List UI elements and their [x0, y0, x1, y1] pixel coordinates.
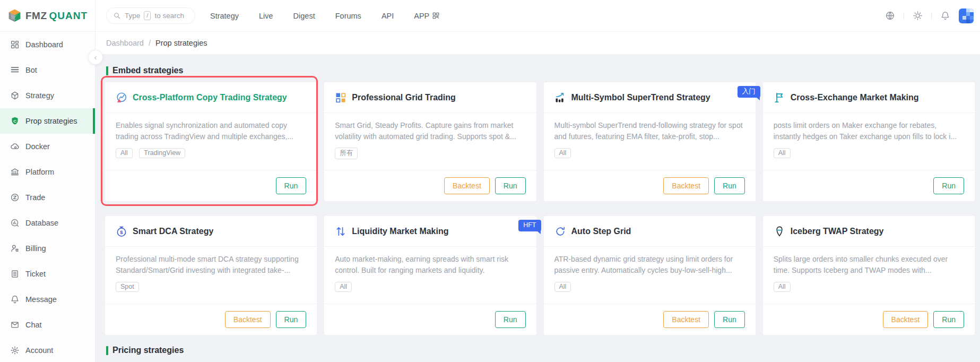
user-avatar[interactable] — [959, 8, 974, 23]
card-tags: 所有 — [335, 148, 525, 159]
run-button[interactable]: Run — [714, 311, 745, 328]
strategy-card-iceberg-twap[interactable]: Iceberg TWAP Strategy Splits large order… — [763, 216, 975, 335]
run-button[interactable]: Run — [495, 311, 526, 328]
sidebar-collapse-button[interactable]: ‹ — [88, 50, 103, 65]
qr-code-icon — [432, 12, 440, 20]
section-title: Embed strategies — [112, 66, 183, 75]
chat-envelope-icon — [10, 320, 20, 330]
sidebar-item-prop-strategies[interactable]: C Prop strategies — [0, 108, 95, 134]
breadcrumb-current: Prop strategies — [155, 39, 207, 47]
run-button[interactable]: Run — [495, 177, 526, 194]
backtest-button[interactable]: Backtest — [225, 311, 271, 328]
nav-forums[interactable]: Forums — [335, 12, 361, 20]
card-header: Cross-Platform Copy Trading Strategy — [105, 82, 317, 113]
brand-logo[interactable]: FMZQUANT — [0, 0, 96, 31]
top-header: FMZQUANT Type / to search Strategy Live … — [0, 0, 980, 32]
sidebar-label: Account — [25, 346, 53, 355]
header-divider — [931, 12, 932, 20]
sidebar-label: Trade — [25, 193, 45, 202]
nav-digest[interactable]: Digest — [293, 12, 315, 20]
card-footer: Backtest Run — [544, 170, 756, 201]
card-tags: Spot — [116, 281, 306, 292]
backtest-button[interactable]: Backtest — [663, 177, 709, 194]
card-tags: All — [774, 148, 964, 158]
card-header: Liquidity Market Making — [324, 216, 536, 247]
run-button[interactable]: Run — [276, 311, 307, 328]
platform-bank-icon — [10, 167, 20, 177]
card-description: Auto market-making, earning spreads with… — [335, 254, 525, 276]
sidebar-item-bot[interactable]: Bot — [0, 57, 95, 83]
language-globe-icon[interactable] — [885, 11, 895, 21]
sidebar-item-dashboard[interactable]: Dashboard — [0, 32, 95, 57]
strategy-card-cross-platform-copy-trading[interactable]: Cross-Platform Copy Trading Strategy Ena… — [105, 82, 317, 201]
breadcrumb: Dashboard / Prop strategies — [96, 32, 980, 54]
sidebar-item-database[interactable]: Database — [0, 210, 95, 236]
sidebar-item-platform[interactable]: Platform — [0, 159, 95, 185]
tag: All — [335, 282, 352, 292]
card-tags: All — [554, 148, 745, 158]
sidebar-item-ticket[interactable]: Ticket — [0, 261, 95, 287]
strategy-card-smart-dca[interactable]: $ Smart DCA Strategy Professional multi-… — [105, 216, 317, 335]
tag: All — [774, 282, 791, 292]
header-divider — [904, 12, 904, 20]
theme-sun-icon[interactable] — [913, 11, 923, 21]
section-accent-bar — [106, 66, 108, 75]
strategy-card-multi-symbol-supertrend[interactable]: 入门 Multi-Symbol SuperTrend Strategy Mult… — [544, 82, 756, 201]
svg-text:$: $ — [120, 229, 123, 235]
sidebar-item-trade[interactable]: Trade — [0, 185, 95, 210]
content: Embed strategies Cross-Platform Copy Tra… — [96, 54, 980, 362]
breadcrumb-separator: / — [149, 39, 151, 47]
sidebar-label: Message — [25, 295, 57, 304]
search-input[interactable]: Type / to search — [106, 7, 195, 24]
sidebar-item-billing[interactable]: Billing — [0, 236, 95, 261]
nav-app[interactable]: APP — [414, 12, 440, 20]
strategy-card-auto-step-grid[interactable]: Auto Step Grid ATR-based dynamic grid st… — [544, 216, 756, 335]
billing-icon — [10, 244, 20, 253]
tag: Spot — [116, 282, 139, 292]
brand-text: FMZQUANT — [25, 10, 88, 22]
hft-badge: HFT — [518, 220, 541, 231]
sidebar-label: Dashboard — [25, 40, 63, 49]
docker-cloud-icon — [10, 142, 20, 151]
strategy-card-cross-exchange-market-making[interactable]: Cross-Exchange Market Making posts limit… — [763, 82, 975, 201]
card-description: Enables signal synchronization and autom… — [116, 120, 306, 142]
card-footer: Backtest Run — [324, 170, 536, 201]
card-footer: Backtest Run — [763, 304, 975, 335]
backtest-button[interactable]: Backtest — [663, 311, 709, 328]
nav-api[interactable]: API — [381, 12, 394, 20]
nav-strategy[interactable]: Strategy — [210, 12, 239, 20]
card-title: Iceberg TWAP Strategy — [791, 227, 884, 236]
sidebar-item-chat[interactable]: Chat — [0, 312, 95, 338]
sidebar-item-message[interactable]: Message — [0, 287, 95, 312]
card-footer: Run — [763, 170, 975, 201]
backtest-button[interactable]: Backtest — [444, 177, 490, 194]
tag: All — [116, 148, 133, 158]
notification-bell-icon[interactable] — [940, 11, 950, 21]
strategy-card-liquidity-market-making[interactable]: HFT Liquidity Market Making Auto market-… — [324, 216, 536, 335]
card-title: Cross-Exchange Market Making — [791, 93, 919, 102]
sidebar-item-strategy[interactable]: Strategy — [0, 83, 95, 108]
section-title: Pricing strategies — [112, 346, 184, 355]
card-footer: Run — [324, 304, 536, 335]
section-accent-bar — [106, 346, 108, 355]
card-description: Professional multi-mode smart DCA strate… — [116, 254, 306, 276]
run-button[interactable]: Run — [933, 177, 964, 194]
svg-text:C: C — [13, 119, 16, 124]
chevron-left-icon: ‹ — [94, 53, 97, 62]
card-header: Cross-Exchange Market Making — [763, 82, 975, 113]
card-tags: All — [335, 281, 525, 292]
sidebar-label: Billing — [25, 244, 46, 253]
run-button[interactable]: Run — [276, 177, 307, 194]
sidebar: Dashboard Bot Strategy C Prop strategies… — [0, 32, 96, 362]
sidebar-item-docker[interactable]: Docker — [0, 134, 95, 159]
run-button[interactable]: Run — [714, 177, 745, 194]
nav-live[interactable]: Live — [259, 12, 273, 20]
embed-section-header: Embed strategies — [106, 66, 975, 75]
strategy-card-professional-grid-trading[interactable]: Professional Grid Trading Smart Grid, St… — [324, 82, 536, 201]
card-body: Auto market-making, earning spreads with… — [324, 247, 536, 292]
backtest-button[interactable]: Backtest — [883, 311, 929, 328]
run-button[interactable]: Run — [933, 311, 964, 328]
card-header: Multi-Symbol SuperTrend Strategy — [544, 82, 756, 113]
sidebar-item-account[interactable]: Account — [0, 338, 95, 362]
breadcrumb-dashboard[interactable]: Dashboard — [106, 39, 144, 47]
